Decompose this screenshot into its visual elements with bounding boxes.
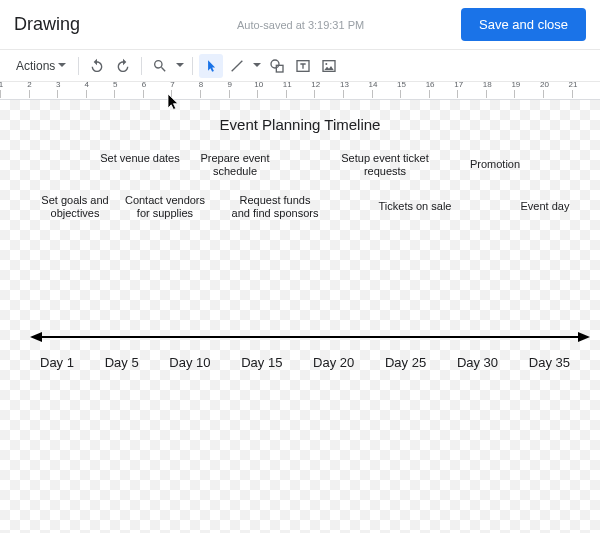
svg-point-4 [326,63,328,65]
separator [141,57,142,75]
task-label[interactable]: Set goals and objectives [30,194,120,220]
axis-tick-label[interactable]: Day 1 [40,355,74,370]
chart-title[interactable]: Event Planning Timeline [0,116,600,133]
axis-tick-label[interactable]: Day 5 [105,355,139,370]
zoom-icon [152,58,168,74]
dropdown-icon [253,63,261,68]
axis-tick-label[interactable]: Day 25 [385,355,426,370]
svg-marker-6 [30,332,42,342]
zoom-button[interactable] [148,54,172,78]
task-label[interactable]: Promotion [450,158,540,171]
axis-tick-label[interactable]: Day 15 [241,355,282,370]
ruler-tick: 11 [286,90,315,98]
ruler-tick: 10 [257,90,286,98]
task-label[interactable]: Request funds and find sponsors [230,194,320,220]
axis-tick-label[interactable]: Day 30 [457,355,498,370]
task-label[interactable]: Set venue dates [95,152,185,165]
svg-rect-1 [277,65,284,72]
timeline-arrow[interactable] [30,336,590,338]
app-title: Drawing [14,14,80,35]
ruler-tick: 5 [114,90,143,98]
shape-tool-button[interactable] [265,54,289,78]
save-and-close-button[interactable]: Save and close [461,8,586,41]
axis-tick-label[interactable]: Day 20 [313,355,354,370]
ruler-tick: 1 [0,90,29,98]
separator [192,57,193,75]
textbox-tool-button[interactable] [291,54,315,78]
actions-menu-button[interactable]: Actions [10,55,72,77]
svg-point-0 [271,60,279,68]
zoom-dropdown[interactable] [174,54,186,78]
image-tool-button[interactable] [317,54,341,78]
autosave-status: Auto-saved at 3:19:31 PM [177,19,364,31]
select-tool-button[interactable] [199,54,223,78]
line-dropdown[interactable] [251,54,263,78]
undo-button[interactable] [85,54,109,78]
horizontal-ruler: 123456789101112131415161718192021 [0,82,600,100]
axis-tick-label[interactable]: Day 10 [169,355,210,370]
ruler-tick: 4 [86,90,115,98]
ruler-tick: 17 [457,90,486,98]
task-label[interactable]: Tickets on sale [370,200,460,213]
cursor-icon [204,59,218,73]
ruler-tick: 21 [572,90,600,98]
ruler-tick: 18 [486,90,515,98]
shape-icon [269,58,285,74]
ruler-tick: 8 [200,90,229,98]
ruler-tick: 15 [400,90,429,98]
ruler-tick: 13 [343,90,372,98]
redo-button[interactable] [111,54,135,78]
drawing-canvas[interactable]: Event Planning Timeline Set venue dates … [0,100,600,533]
actions-label: Actions [16,59,55,73]
dropdown-icon [176,63,184,68]
task-label[interactable]: Prepare event schedule [190,152,280,178]
ruler-tick: 16 [429,90,458,98]
redo-icon [115,58,131,74]
undo-icon [89,58,105,74]
image-icon [321,58,337,74]
ruler-tick: 2 [29,90,58,98]
textbox-icon [295,58,311,74]
separator [78,57,79,75]
task-label[interactable]: Contact vendors for supplies [120,194,210,220]
ruler-tick: 3 [57,90,86,98]
svg-marker-7 [578,332,590,342]
ruler-tick: 12 [314,90,343,98]
ruler-tick: 7 [171,90,200,98]
line-icon [229,58,245,74]
task-label[interactable]: Setup event ticket requests [340,152,430,178]
ruler-tick: 20 [543,90,572,98]
dropdown-icon [58,63,66,68]
ruler-tick: 6 [143,90,172,98]
ruler-tick: 19 [514,90,543,98]
axis-tick-label[interactable]: Day 35 [529,355,570,370]
ruler-tick: 9 [229,90,258,98]
line-tool-button[interactable] [225,54,249,78]
task-label[interactable]: Event day [500,200,590,213]
ruler-tick: 14 [372,90,401,98]
